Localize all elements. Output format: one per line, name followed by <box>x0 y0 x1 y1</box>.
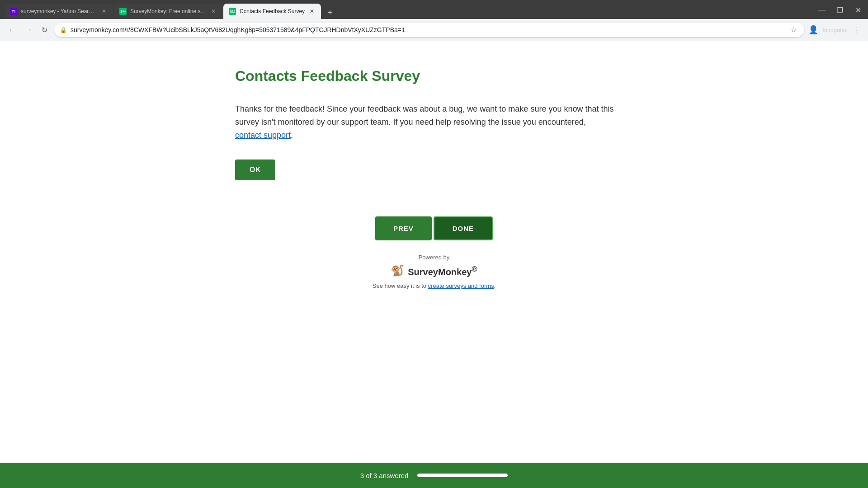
profile-icon[interactable]: 👤 <box>808 24 819 35</box>
tab-surveymonkey-main[interactable]: SM SurveyMonkey: Free online sur... ✕ <box>114 4 222 19</box>
incognito-label: Incognito <box>822 27 846 33</box>
status-bar: 3 of 3 answered <box>0 463 868 488</box>
logo-text-span: SurveyMonkey <box>408 267 472 277</box>
survey-message: Thanks for the feedback! Since your feed… <box>235 103 633 141</box>
progress-bar-fill <box>417 474 508 477</box>
ok-button[interactable]: OK <box>235 160 275 180</box>
reload-button[interactable]: ↻ <box>38 23 51 36</box>
tab-yahoo-close[interactable]: ✕ <box>100 8 108 15</box>
surveymonkey-logo: 🐒 SurveyMonkey® <box>391 264 477 277</box>
powered-by-section: Powered by 🐒 SurveyMonkey® See how easy … <box>235 254 633 289</box>
tab-bar: Y! surveymonkey - Yahoo Search ... ✕ SM … <box>0 0 868 19</box>
tab-surveymonkey-close[interactable]: ✕ <box>210 8 217 15</box>
address-bar-row: ← → ↻ 🔒 surveymonkey.com/r/8CWXFBW?UcibS… <box>0 19 868 41</box>
forward-button[interactable]: → <box>22 23 34 36</box>
create-surveys-link[interactable]: create surveys and forms <box>428 282 494 289</box>
prev-button[interactable]: PREV <box>375 216 432 240</box>
lock-icon: 🔒 <box>60 27 67 33</box>
logo-name: SurveyMonkey® <box>408 265 477 277</box>
address-bar[interactable]: 🔒 surveymonkey.com/r/8CWXFBW?UcibSBLkJ5a… <box>54 23 804 37</box>
tab-contacts-survey[interactable]: SM Contacts Feedback Survey ✕ <box>223 4 321 19</box>
bookmark-icon[interactable]: ☆ <box>788 24 799 35</box>
tab-yahoo-title: surveymonkey - Yahoo Search ... <box>21 8 97 14</box>
message-period: . <box>291 131 293 140</box>
url-text: surveymonkey.com/r/8CWXFBW?UcibSBLkJ5aQt… <box>71 26 784 33</box>
survey-container: Contacts Feedback Survey Thanks for the … <box>217 68 651 289</box>
incognito-badge: Incognito <box>822 27 846 33</box>
tab-contacts-title: Contacts Feedback Survey <box>240 8 305 14</box>
back-button[interactable]: ← <box>5 23 18 36</box>
create-period: . <box>494 282 496 289</box>
close-button[interactable]: ✕ <box>853 5 863 15</box>
browser-actions: 👤 Incognito ⋮ <box>808 23 863 36</box>
minimize-button[interactable]: — <box>816 5 827 15</box>
window-controls: — ❐ ✕ <box>816 5 863 15</box>
logo-icon: 🐒 <box>391 264 404 277</box>
survey-title: Contacts Feedback Survey <box>235 68 633 84</box>
progress-bar-container <box>417 474 508 477</box>
surveymonkey-main-favicon: SM <box>119 8 127 15</box>
nav-buttons: PREV DONE <box>235 216 633 240</box>
trademark: ® <box>472 265 477 273</box>
maximize-button[interactable]: ❐ <box>835 5 845 15</box>
contacts-survey-favicon: SM <box>229 8 236 15</box>
see-how-text: See how easy it is to <box>373 282 426 289</box>
page-content: Contacts Feedback Survey Thanks for the … <box>0 41 868 452</box>
new-tab-button[interactable]: + <box>324 6 336 19</box>
done-button[interactable]: DONE <box>434 216 493 240</box>
browser-chrome: Y! surveymonkey - Yahoo Search ... ✕ SM … <box>0 0 868 41</box>
create-surveys-text: See how easy it is to create surveys and… <box>373 282 495 289</box>
contact-support-link[interactable]: contact support <box>235 131 291 140</box>
message-text-part1: Thanks for the feedback! Since your feed… <box>235 104 613 127</box>
tab-surveymonkey-title: SurveyMonkey: Free online sur... <box>130 8 206 14</box>
address-actions: ☆ <box>788 24 799 35</box>
tab-yahoo[interactable]: Y! surveymonkey - Yahoo Search ... ✕ <box>5 4 113 19</box>
powered-by-text: Powered by <box>419 254 450 261</box>
tab-contacts-close[interactable]: ✕ <box>308 8 316 15</box>
answered-status: 3 of 3 answered <box>360 472 409 479</box>
yahoo-favicon: Y! <box>10 8 17 15</box>
more-options-button[interactable]: ⋮ <box>850 23 863 36</box>
